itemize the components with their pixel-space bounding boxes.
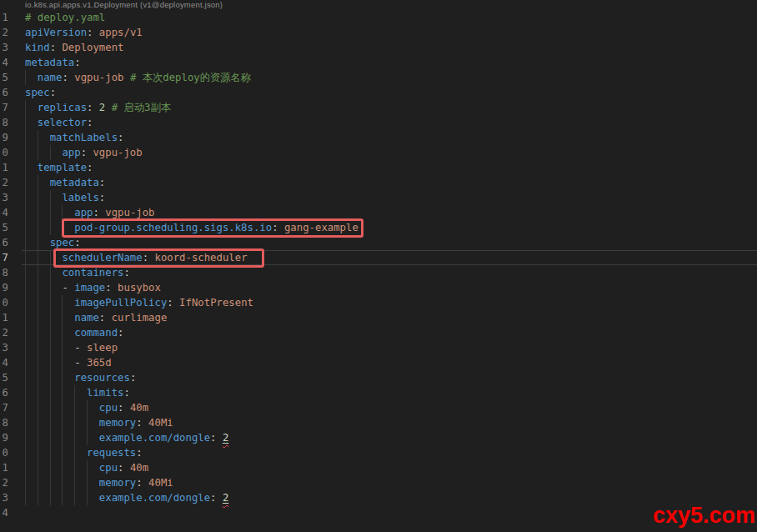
code-text[interactable]: imagePullPolicy: IfNotPresent [25, 295, 757, 310]
code-line[interactable]: 8 selector: [0, 115, 757, 130]
code-text[interactable]: cpu: 40m [25, 400, 757, 415]
code-line[interactable]: 3 labels: [0, 190, 757, 205]
code-text[interactable]: labels: [25, 190, 757, 205]
line-number[interactable]: 0 [0, 295, 8, 310]
line-number[interactable]: 8 [0, 265, 8, 280]
line-number[interactable]: 1 [0, 10, 8, 25]
code-line[interactable]: 4metadata: [0, 55, 757, 70]
code-text[interactable]: app: vgpu-job [25, 145, 757, 160]
line-number[interactable]: 2 [0, 325, 8, 340]
code-line[interactable]: 3 - sleep [0, 340, 757, 355]
line-number[interactable]: 0 [0, 145, 8, 160]
code-text[interactable]: apiVersion: apps/v1 [25, 25, 757, 40]
code-text[interactable]: resources: [25, 370, 757, 385]
code-text[interactable]: name: curlimage [25, 310, 757, 325]
code-line[interactable]: 3 example.com/dongle: 2 [0, 490, 757, 505]
line-number[interactable]: 4 [0, 55, 8, 70]
line-number[interactable]: 5 [0, 70, 8, 85]
code-text[interactable]: spec: [25, 85, 757, 100]
line-number[interactable]: 5 [0, 220, 8, 235]
code-text[interactable]: metadata: [25, 175, 757, 190]
code-line[interactable]: 2apiVersion: apps/v1 [0, 25, 757, 40]
code-text[interactable]: memory: 40Mi [25, 475, 757, 490]
code-text[interactable]: replicas: 2 # 启动3副本 [25, 100, 757, 115]
line-number[interactable]: 3 [0, 490, 8, 505]
code-text[interactable]: metadata: [25, 55, 757, 70]
code-line[interactable]: 4 [0, 505, 757, 520]
line-number[interactable]: 6 [0, 85, 8, 100]
code-line[interactable]: 2 command: [0, 325, 757, 340]
line-number[interactable]: 9 [0, 130, 8, 145]
code-text[interactable]: spec: [25, 235, 757, 250]
line-number[interactable]: 6 [0, 235, 8, 250]
code-line[interactable]: 0 requests: [0, 445, 757, 460]
code-line[interactable]: 8 containers: [0, 265, 757, 280]
code-line[interactable]: 9 matchLabels: [0, 130, 757, 145]
line-number[interactable]: 1 [0, 460, 8, 475]
line-number[interactable]: 3 [0, 40, 8, 55]
code-text[interactable]: containers: [25, 265, 757, 280]
code-line[interactable]: 6spec: [0, 85, 757, 100]
line-number[interactable]: 2 [0, 175, 8, 190]
code-line[interactable]: 1# deploy.yaml [0, 10, 757, 25]
code-line[interactable]: 9 - image: busybox [0, 280, 757, 295]
code-text[interactable]: - image: busybox [25, 280, 757, 295]
line-number[interactable]: 0 [0, 445, 8, 460]
line-number[interactable]: 4 [0, 505, 8, 520]
code-line[interactable]: 5 name: vgpu-job # 本次deploy的资源名称 [0, 70, 757, 85]
code-text[interactable]: cpu: 40m [25, 460, 757, 475]
code-line[interactable]: 7 schedulerName: koord-scheduler [0, 250, 757, 265]
line-number[interactable]: 7 [0, 100, 8, 115]
code-text[interactable]: name: vgpu-job # 本次deploy的资源名称 [25, 70, 757, 85]
line-number[interactable]: 4 [0, 355, 8, 370]
code-text[interactable]: app: vgpu-job [25, 205, 757, 220]
line-number[interactable]: 3 [0, 190, 8, 205]
code-line[interactable]: 0 app: vgpu-job [0, 145, 757, 160]
code-text[interactable]: matchLabels: [25, 130, 757, 145]
code-text[interactable]: - 365d [25, 355, 757, 370]
code-line[interactable]: 1 name: curlimage [0, 310, 757, 325]
code-text[interactable]: template: [25, 160, 757, 175]
code-line[interactable]: 3kind: Deployment [0, 40, 757, 55]
code-line[interactable]: 7 replicas: 2 # 启动3副本 [0, 100, 757, 115]
code-text[interactable]: command: [25, 325, 757, 340]
line-number[interactable]: 6 [0, 385, 8, 400]
code-text[interactable] [25, 505, 757, 520]
line-number[interactable]: 2 [0, 25, 8, 40]
code-text[interactable]: - sleep [25, 340, 757, 355]
code-line[interactable]: 0 imagePullPolicy: IfNotPresent [0, 295, 757, 310]
code-text[interactable]: schedulerName: koord-scheduler [25, 250, 757, 265]
line-number[interactable]: 9 [0, 430, 8, 445]
code-text[interactable]: # deploy.yaml [25, 10, 757, 25]
line-number[interactable]: 2 [0, 475, 8, 490]
line-number[interactable]: 3 [0, 340, 8, 355]
code-text[interactable]: selector: [25, 115, 757, 130]
code-line[interactable]: 9 example.com/dongle: 2 [0, 430, 757, 445]
line-number[interactable]: 9 [0, 280, 8, 295]
line-number[interactable]: 7 [0, 400, 8, 415]
code-line[interactable]: 2 memory: 40Mi [0, 475, 757, 490]
code-line[interactable]: 4 app: vgpu-job [0, 205, 757, 220]
code-text[interactable]: example.com/dongle: 2 [25, 430, 757, 445]
code-line[interactable]: 7 cpu: 40m [0, 400, 757, 415]
line-number[interactable]: 8 [0, 115, 8, 130]
code-text[interactable]: pod-group.scheduling.sigs.k8s.io: gang-e… [25, 220, 757, 235]
line-number[interactable]: 5 [0, 370, 8, 385]
code-line[interactable]: 4 - 365d [0, 355, 757, 370]
code-line[interactable]: 1 template: [0, 160, 757, 175]
code-line[interactable]: 8 memory: 40Mi [0, 415, 757, 430]
code-text[interactable]: example.com/dongle: 2 [25, 490, 757, 505]
code-text[interactable]: limits: [25, 385, 757, 400]
code-line[interactable]: 6 limits: [0, 385, 757, 400]
line-number[interactable]: 8 [0, 415, 8, 430]
code-line[interactable]: 1 cpu: 40m [0, 460, 757, 475]
code-line[interactable]: 5 pod-group.scheduling.sigs.k8s.io: gang… [0, 220, 757, 235]
code-line[interactable]: 2 metadata: [0, 175, 757, 190]
code-text[interactable]: requests: [25, 445, 757, 460]
code-text[interactable]: memory: 40Mi [25, 415, 757, 430]
code-line[interactable]: 6 spec: [0, 235, 757, 250]
line-number[interactable]: 1 [0, 310, 8, 325]
line-number[interactable]: 4 [0, 205, 8, 220]
line-number[interactable]: 7 [0, 250, 8, 265]
code-text[interactable]: kind: Deployment [25, 40, 757, 55]
